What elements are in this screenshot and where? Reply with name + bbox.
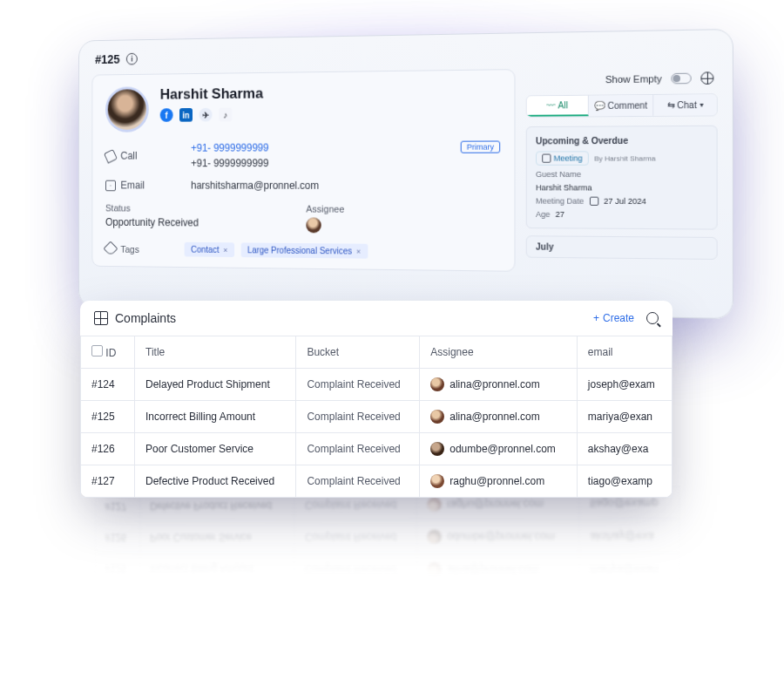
phone-primary[interactable]: +91- 9999999999 <box>191 142 268 154</box>
cell-id: #126 <box>95 522 140 553</box>
assignee-avatar <box>428 562 442 576</box>
col-email[interactable]: email <box>577 336 672 369</box>
cell-title: Defective Product Received <box>135 465 296 498</box>
tags-label: Tags <box>120 244 139 255</box>
cell-title: Delayed Product Shipment <box>135 369 296 401</box>
calendar-icon <box>542 154 551 163</box>
activity-tabs: 〰All 💬Comment ⇆Chat▾ <box>526 93 718 118</box>
month-header[interactable]: July <box>526 235 718 260</box>
linkedin-icon[interactable]: in <box>179 108 193 122</box>
contact-card: Harshit Sharma f in ✈ ♪ Call <box>91 69 515 272</box>
meeting-chip[interactable]: Meeting <box>536 151 589 165</box>
cell-assignee: odumbe@pronnel.com <box>420 433 578 465</box>
cell-title: Incorrect Billing Amount <box>135 401 296 433</box>
cell-assignee: raghu@pronnel.com <box>420 465 578 498</box>
cell-id: #126 <box>81 433 135 465</box>
cell-assignee: alina@pronnel.com <box>420 401 578 433</box>
meeting-date-value: 27 Jul 2024 <box>604 197 646 206</box>
call-label: Call <box>120 150 137 162</box>
cell-id: #125 <box>81 401 135 433</box>
assignee-avatar <box>430 377 444 391</box>
tab-comment[interactable]: 💬Comment <box>589 95 654 116</box>
guest-name-value: Harshit Sharma <box>536 183 592 192</box>
cell-email: mariya@exan <box>578 553 679 587</box>
facebook-icon[interactable]: f <box>160 108 173 122</box>
assignee-avatar <box>428 497 442 511</box>
tag-chip[interactable]: Contact× <box>185 242 234 257</box>
cell-assignee: alina@pronnel.com <box>420 369 578 401</box>
create-button[interactable]: +Create <box>593 312 634 324</box>
table-row[interactable]: #124Delayed Product ShipmentComplaint Re… <box>95 584 680 620</box>
cell-bucket: Complaint Received <box>296 465 420 498</box>
age-label: Age <box>536 210 550 219</box>
meeting-date-label: Meeting Date <box>536 196 584 205</box>
table-row[interactable]: #126Poor Customer ServiceComplaint Recei… <box>95 519 680 553</box>
table-row[interactable]: #127Defective Product ReceivedComplaint … <box>81 465 672 498</box>
upcoming-panel: Upcoming & Overdue Meeting By Harshit Sh… <box>526 126 718 230</box>
record-id: #125 <box>95 52 120 66</box>
phone-secondary[interactable]: +91- 9999999999 <box>191 157 268 169</box>
cell-bucket: Complaint Received <box>294 553 417 586</box>
table-row[interactable]: #126Poor Customer ServiceComplaint Recei… <box>81 433 672 465</box>
primary-badge: Primary <box>461 140 500 153</box>
complaints-panel: Complaints +Create ID Title Bucket Assig… <box>80 301 672 498</box>
email-label: Email <box>120 180 145 192</box>
contact-name: Harshit Sharma <box>160 85 263 104</box>
plus-icon: + <box>593 312 599 324</box>
assignee-avatar[interactable] <box>306 217 321 233</box>
cell-title: Delayed Product Shipment <box>140 584 294 616</box>
table-row[interactable]: #125Incorrect Billing AmountComplaint Re… <box>95 553 680 587</box>
age-value: 27 <box>556 210 564 219</box>
col-title[interactable]: Title <box>135 336 296 369</box>
tag-remove-icon[interactable]: × <box>356 247 361 255</box>
email-value[interactable]: harshitsharma@pronnel.com <box>191 180 319 192</box>
search-icon[interactable] <box>646 312 659 324</box>
show-empty-toggle[interactable] <box>671 73 691 85</box>
cell-email: akshay@exa <box>577 433 672 465</box>
guest-name-label: Guest Name <box>536 170 581 179</box>
phone-icon <box>104 148 118 163</box>
globe-icon[interactable] <box>700 71 713 85</box>
cell-title: Poor Customer Service <box>140 521 294 553</box>
table-row[interactable]: #124Delayed Product ShipmentComplaint Re… <box>81 369 672 401</box>
cell-id: #124 <box>95 584 140 615</box>
cell-email: akshay@exa <box>578 519 679 553</box>
info-icon[interactable]: i <box>126 53 138 65</box>
tag-chip[interactable]: Large Professional Services× <box>240 242 368 258</box>
col-id: ID <box>105 347 116 359</box>
chevron-down-icon: ▾ <box>700 101 703 109</box>
complaints-table: ID Title Bucket Assignee email #124Delay… <box>80 336 672 498</box>
table-row[interactable]: #125Incorrect Billing AmountComplaint Re… <box>81 401 672 433</box>
assignee-avatar <box>430 442 444 456</box>
cell-email: joseph@exam <box>577 369 672 401</box>
cell-bucket: Complaint Received <box>294 520 417 553</box>
telegram-icon[interactable]: ✈ <box>199 108 213 122</box>
record-window: #125 i Harshit Sharma f in ✈ ♪ <box>78 29 733 319</box>
tag-remove-icon[interactable]: × <box>223 246 227 255</box>
status-label: Status <box>105 203 289 214</box>
assignee-avatar <box>428 594 442 608</box>
cell-id: #124 <box>81 369 135 401</box>
tiktok-icon[interactable]: ♪ <box>219 108 232 122</box>
tab-all[interactable]: 〰All <box>527 96 589 117</box>
cell-bucket: Complaint Received <box>296 369 420 401</box>
assignee-avatar <box>430 474 444 488</box>
cell-assignee: odumbe@pronnel.com <box>417 520 579 553</box>
reflection: #124Delayed Product ShipmentComplaint Re… <box>94 485 680 621</box>
col-assignee[interactable]: Assignee <box>420 336 578 369</box>
cell-bucket: Complaint Received <box>296 433 420 465</box>
col-bucket[interactable]: Bucket <box>296 336 420 369</box>
avatar[interactable] <box>105 86 149 132</box>
cell-assignee: alina@pronnel.com <box>417 586 579 620</box>
cell-email: mariya@exan <box>577 401 672 433</box>
cell-assignee: alina@pronnel.com <box>417 553 579 587</box>
status-value[interactable]: Opportunity Received <box>105 216 289 229</box>
board-icon <box>94 311 108 325</box>
upcoming-title: Upcoming & Overdue <box>536 135 707 146</box>
tab-chat[interactable]: ⇆Chat▾ <box>653 94 716 115</box>
cell-id: #125 <box>95 553 140 585</box>
select-all-checkbox[interactable] <box>91 345 103 356</box>
show-empty-label: Show Empty <box>605 73 662 85</box>
complaints-title: Complaints <box>115 311 176 325</box>
calendar-icon <box>589 197 598 206</box>
